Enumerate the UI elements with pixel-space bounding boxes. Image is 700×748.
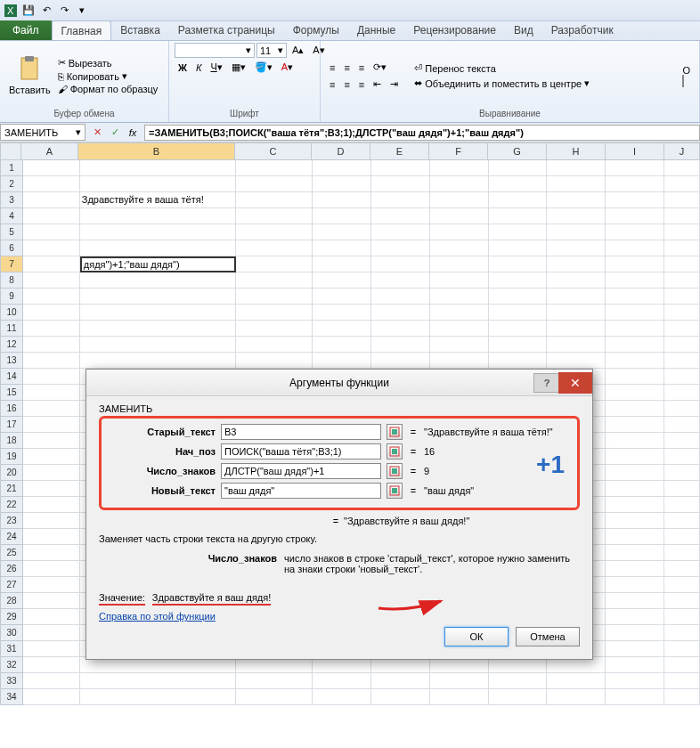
- cell-D9[interactable]: [313, 289, 371, 305]
- cell-E2[interactable]: [371, 176, 430, 192]
- row-header-18[interactable]: 18: [0, 433, 23, 449]
- cell-A6[interactable]: [23, 240, 80, 256]
- col-header-A[interactable]: A: [21, 142, 78, 160]
- cell-B4[interactable]: [80, 208, 237, 224]
- cell-A21[interactable]: [23, 481, 80, 497]
- cell-J11[interactable]: [664, 321, 700, 337]
- underline-button[interactable]: Ч▾: [207, 60, 225, 75]
- row-header-4[interactable]: 4: [0, 208, 23, 224]
- cell-J12[interactable]: [664, 337, 700, 353]
- cell-A5[interactable]: [23, 224, 80, 240]
- cell-A11[interactable]: [23, 321, 80, 337]
- cell-I18[interactable]: [606, 433, 664, 449]
- cell-A22[interactable]: [23, 497, 80, 513]
- dialog-help-button[interactable]: ?: [533, 373, 560, 393]
- cell-A24[interactable]: [23, 529, 80, 545]
- cell-A2[interactable]: [23, 176, 80, 192]
- cell-B9[interactable]: [80, 289, 237, 305]
- tab-dev[interactable]: Разработчик: [542, 20, 623, 40]
- cell-D7[interactable]: [313, 256, 371, 272]
- cell-I31[interactable]: [606, 641, 664, 657]
- cell-I32[interactable]: [606, 657, 664, 673]
- row-header-8[interactable]: 8: [0, 272, 23, 289]
- row-header-5[interactable]: 5: [0, 224, 23, 240]
- cell-A26[interactable]: [23, 561, 80, 577]
- cell-A29[interactable]: [23, 609, 80, 625]
- cell-I30[interactable]: [606, 625, 664, 641]
- cell-E1[interactable]: [371, 160, 430, 176]
- cell-D6[interactable]: [313, 240, 371, 256]
- row-header-12[interactable]: 12: [0, 337, 23, 353]
- select-all-corner[interactable]: [0, 142, 21, 160]
- paste-button[interactable]: Вставить: [5, 53, 54, 99]
- row-header-3[interactable]: 3: [0, 192, 23, 208]
- cell-A14[interactable]: [23, 369, 80, 385]
- cell-C11[interactable]: [236, 321, 313, 337]
- cell-D2[interactable]: [313, 176, 371, 192]
- arg-ref-button-3[interactable]: [387, 483, 403, 499]
- name-box[interactable]: ЗАМЕНИТЬ▾: [0, 124, 85, 141]
- row-header-14[interactable]: 14: [0, 369, 23, 385]
- cell-I2[interactable]: [606, 176, 664, 192]
- cell-J4[interactable]: [664, 208, 700, 224]
- cell-E4[interactable]: [371, 208, 430, 224]
- font-color-button[interactable]: A▾: [278, 60, 297, 75]
- cell-E3[interactable]: [371, 192, 430, 208]
- cell-I1[interactable]: [606, 160, 664, 176]
- row-header-24[interactable]: 24: [0, 529, 23, 545]
- cell-J14[interactable]: [664, 369, 700, 385]
- cell-I22[interactable]: [606, 497, 664, 513]
- cell-H12[interactable]: [547, 337, 606, 353]
- undo-icon[interactable]: ↶: [39, 4, 53, 18]
- tab-layout[interactable]: Разметка страницы: [169, 20, 284, 40]
- cell-A23[interactable]: [23, 513, 80, 529]
- cell-H34[interactable]: [547, 689, 606, 705]
- row-header-13[interactable]: 13: [0, 353, 23, 369]
- cell-E13[interactable]: [371, 353, 430, 369]
- indent-dec-icon[interactable]: ⇤: [370, 77, 385, 92]
- cell-C13[interactable]: [236, 353, 313, 369]
- cell-D33[interactable]: [313, 673, 371, 689]
- accept-formula-icon[interactable]: ✓: [107, 125, 123, 141]
- font-size-combo[interactable]: 11▾: [256, 43, 287, 58]
- cell-I34[interactable]: [606, 689, 664, 705]
- cell-A31[interactable]: [23, 641, 80, 657]
- row-header-1[interactable]: 1: [0, 160, 23, 176]
- cell-A17[interactable]: [23, 417, 80, 433]
- cell-E34[interactable]: [371, 689, 430, 705]
- row-header-6[interactable]: 6: [0, 240, 23, 256]
- cell-A8[interactable]: [23, 272, 80, 289]
- align-center-icon[interactable]: ≡: [340, 77, 353, 92]
- cell-D34[interactable]: [313, 689, 371, 705]
- cell-J33[interactable]: [664, 673, 700, 689]
- cell-E5[interactable]: [371, 224, 430, 240]
- cell-D10[interactable]: [313, 305, 371, 321]
- cell-D8[interactable]: [313, 272, 371, 289]
- cell-E33[interactable]: [371, 673, 430, 689]
- cell-I23[interactable]: [606, 513, 664, 529]
- cell-G11[interactable]: [489, 321, 548, 337]
- cell-E6[interactable]: [371, 240, 430, 256]
- cell-J18[interactable]: [664, 433, 700, 449]
- cell-C3[interactable]: [236, 192, 313, 208]
- cell-I13[interactable]: [606, 353, 664, 369]
- cell-J27[interactable]: [664, 577, 700, 593]
- cell-C5[interactable]: [236, 224, 313, 240]
- cell-A28[interactable]: [23, 593, 80, 609]
- col-header-F[interactable]: F: [429, 142, 488, 160]
- cell-I19[interactable]: [606, 449, 664, 465]
- col-header-I[interactable]: I: [606, 142, 664, 160]
- cell-I21[interactable]: [606, 481, 664, 497]
- row-header-34[interactable]: 34: [0, 689, 23, 705]
- row-header-28[interactable]: 28: [0, 593, 23, 609]
- italic-button[interactable]: К: [192, 61, 205, 75]
- row-header-22[interactable]: 22: [0, 497, 23, 513]
- arg-input-2[interactable]: [221, 463, 381, 479]
- fill-color-button[interactable]: 🪣▾: [251, 60, 276, 75]
- cell-I20[interactable]: [606, 465, 664, 481]
- cell-G10[interactable]: [489, 305, 548, 321]
- cell-J25[interactable]: [664, 545, 700, 561]
- align-middle-icon[interactable]: ≡: [340, 61, 353, 75]
- row-header-15[interactable]: 15: [0, 385, 23, 401]
- cell-H4[interactable]: [547, 208, 606, 224]
